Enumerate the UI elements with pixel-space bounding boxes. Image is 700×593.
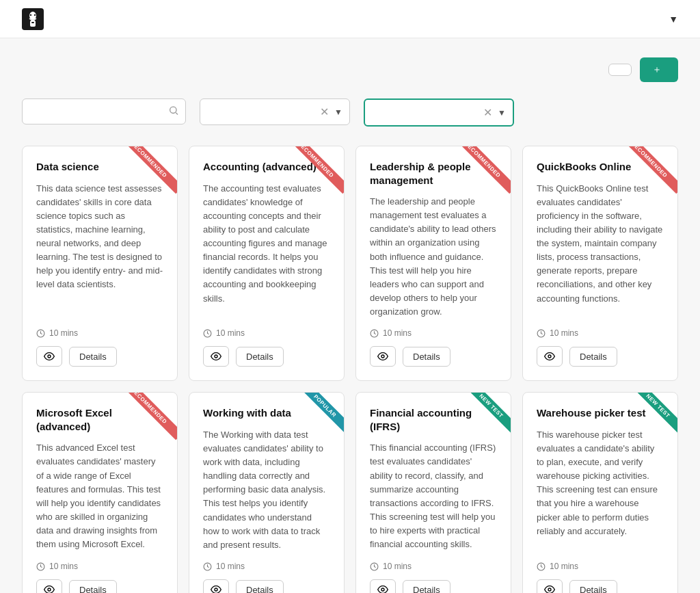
card-time: 10 mins xyxy=(383,328,412,338)
card-actions: Details xyxy=(370,346,497,367)
page-header: ＋ xyxy=(22,57,678,82)
search-input[interactable] xyxy=(22,98,186,124)
card-meta: 10 mins xyxy=(36,328,163,338)
svg-point-6 xyxy=(170,107,176,113)
test-card: POPULAR Working with data The Working wi… xyxy=(189,392,345,593)
cards-row-1: RECOMMENDED Data science This data scien… xyxy=(22,146,678,381)
card-desc: This advanced Excel test evaluates candi… xyxy=(36,441,163,552)
card-actions: Details xyxy=(537,346,664,367)
clock-icon xyxy=(537,329,546,338)
test-type-clear-icon[interactable]: ✕ xyxy=(481,106,495,119)
test-card: RECOMMENDED Microsoft Excel (advanced) T… xyxy=(22,392,178,593)
svg-point-20 xyxy=(381,588,384,591)
create-assessment-button[interactable]: ＋ xyxy=(640,57,678,82)
test-type-chevron-icon: ▼ xyxy=(498,108,506,118)
clock-icon xyxy=(203,329,212,338)
eye-icon xyxy=(377,584,388,593)
svg-point-16 xyxy=(48,588,51,591)
logo[interactable] xyxy=(22,8,49,30)
job-role-chevron-icon: ▼ xyxy=(334,107,342,117)
preview-button[interactable] xyxy=(203,579,229,593)
eye-icon xyxy=(44,351,55,362)
preview-button[interactable] xyxy=(537,346,563,367)
eye-icon xyxy=(544,584,555,593)
test-card: RECOMMENDED Accounting (advanced) The ac… xyxy=(189,146,345,381)
test-card: RECOMMENDED Data science This data scien… xyxy=(22,146,178,381)
card-time: 10 mins xyxy=(383,562,412,571)
clock-icon xyxy=(36,329,45,338)
card-time: 10 mins xyxy=(550,562,578,571)
card-desc: The accounting test evaluates candidates… xyxy=(203,182,330,319)
card-desc: The leadership and people management tes… xyxy=(370,195,497,319)
details-button[interactable]: Details xyxy=(569,580,617,593)
card-meta: 10 mins xyxy=(203,328,330,338)
test-card: NEW TEST Warehouse picker test This ware… xyxy=(522,392,678,593)
eye-icon xyxy=(377,351,388,362)
job-role-clear-icon[interactable]: ✕ xyxy=(317,105,332,118)
preview-button[interactable] xyxy=(36,579,62,593)
svg-rect-4 xyxy=(30,21,36,27)
details-button[interactable]: Details xyxy=(403,580,450,593)
filters-row: ✕ ▼ ✕ ▼ xyxy=(22,98,678,127)
svg-point-8 xyxy=(48,355,51,358)
card-title: Financial accounting (IFRS) xyxy=(370,406,497,433)
details-button[interactable]: Details xyxy=(403,347,450,367)
card-title: Microsoft Excel (advanced) xyxy=(36,406,163,433)
card-time: 10 mins xyxy=(49,328,78,338)
preview-button[interactable] xyxy=(36,346,62,367)
header-actions: ＋ xyxy=(608,57,678,82)
search-box xyxy=(22,98,186,124)
clock-icon xyxy=(370,562,379,571)
test-card: RECOMMENDED QuickBooks Online This Quick… xyxy=(522,146,678,381)
card-desc: The Working with data test evaluates can… xyxy=(203,428,330,552)
card-title: Leadership & people management xyxy=(370,160,497,187)
svg-point-18 xyxy=(215,588,217,591)
clock-icon xyxy=(370,329,379,338)
clock-icon xyxy=(203,562,212,571)
eye-icon xyxy=(211,584,221,593)
eye-icon xyxy=(211,351,221,362)
company-tests-button[interactable] xyxy=(608,64,632,76)
test-type-select[interactable]: ✕ ▼ xyxy=(364,98,514,127)
job-role-filter[interactable]: ✕ ▼ xyxy=(200,98,350,125)
preview-button[interactable] xyxy=(203,346,229,367)
card-actions: Details xyxy=(36,346,163,367)
eye-icon xyxy=(44,584,55,593)
search-icon xyxy=(168,105,179,118)
card-time: 10 mins xyxy=(49,562,78,571)
page-content: ＋ ✕ ▼ ✕ xyxy=(0,38,700,593)
svg-point-22 xyxy=(548,588,551,591)
card-meta: 10 mins xyxy=(537,328,664,338)
svg-rect-5 xyxy=(31,22,34,23)
card-desc: This data science test assesses candidat… xyxy=(36,182,163,319)
clock-icon xyxy=(537,562,546,571)
card-desc: This financial accounting (IFRS) test ev… xyxy=(370,441,497,552)
preview-button[interactable] xyxy=(537,579,563,593)
clock-icon xyxy=(36,562,45,571)
card-meta: 10 mins xyxy=(537,562,664,571)
details-button[interactable]: Details xyxy=(69,347,117,367)
card-title: Working with data xyxy=(203,406,330,420)
svg-point-3 xyxy=(34,14,36,15)
card-desc: This QuickBooks Online test evaluates ca… xyxy=(537,182,664,319)
details-button[interactable]: Details xyxy=(236,580,284,593)
plus-icon: ＋ xyxy=(652,64,662,76)
test-type-filter[interactable]: ✕ ▼ xyxy=(364,98,514,127)
preview-button[interactable] xyxy=(370,579,396,593)
job-role-select[interactable]: ✕ ▼ xyxy=(200,98,350,125)
card-meta: 10 mins xyxy=(370,562,497,571)
details-button[interactable]: Details xyxy=(236,347,284,367)
test-card: RECOMMENDED Leadership & people manageme… xyxy=(355,146,511,381)
svg-point-12 xyxy=(381,355,384,358)
user-menu[interactable]: ▼ xyxy=(664,14,678,25)
card-actions: Details xyxy=(203,579,330,593)
details-button[interactable]: Details xyxy=(69,580,117,593)
card-time: 10 mins xyxy=(216,562,245,571)
preview-button[interactable] xyxy=(370,346,396,367)
details-button[interactable]: Details xyxy=(569,347,617,367)
card-desc: This warehouse picker test evaluates a c… xyxy=(537,428,664,552)
eye-icon xyxy=(544,351,555,362)
card-time: 10 mins xyxy=(550,328,578,338)
card-actions: Details xyxy=(537,579,664,593)
card-title: Warehouse picker test xyxy=(537,406,664,420)
